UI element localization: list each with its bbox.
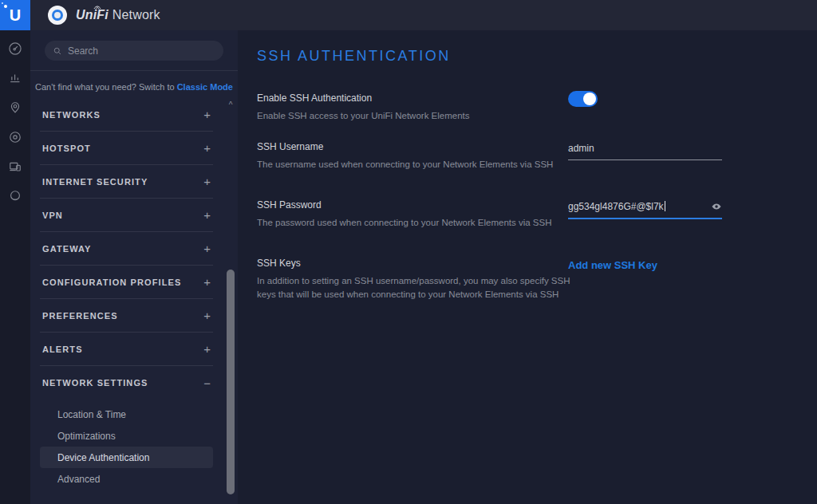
nav-item-alerts[interactable]: ALERTS + (40, 333, 213, 366)
app-brand: UniFi Network (48, 0, 160, 30)
nav-item-configuration-profiles[interactable]: CONFIGURATION PROFILES + (40, 266, 213, 299)
plus-icon[interactable]: + (203, 242, 211, 254)
unifi-ap-icon (48, 6, 67, 25)
nav-label: INTERNET SECURITY (42, 177, 148, 187)
plus-icon[interactable]: + (203, 276, 211, 288)
minus-icon[interactable]: − (203, 377, 211, 389)
plus-icon[interactable]: + (203, 209, 211, 221)
subnav-item-optimizations[interactable]: Optimizations (40, 425, 213, 447)
enable-ssh-label: Enable SSH Authentication (257, 93, 584, 104)
nav-item-hotspot[interactable]: HOTSPOT + (40, 132, 213, 165)
search-box[interactable] (45, 41, 223, 61)
ubiquiti-u-icon: U (10, 7, 21, 23)
nav-item-networks[interactable]: NETWORKS + (40, 98, 213, 132)
classic-mode-hint: Can't find what you need? Switch to Clas… (30, 71, 238, 98)
ssh-password-value: gg534gl4876G#@$l7k (568, 201, 664, 212)
devices-icon[interactable] (7, 129, 23, 145)
enable-ssh-toggle[interactable] (568, 91, 598, 107)
plus-icon[interactable]: + (203, 142, 211, 154)
ssh-username-input[interactable]: admin (568, 143, 722, 160)
ssh-password-label: SSH Password (257, 199, 584, 211)
password-visibility-eye-icon[interactable] (711, 202, 722, 214)
antenna-waves-icon (93, 4, 102, 10)
nav-label: GATEWAY (42, 244, 92, 254)
nav-label: HOTSPOT (42, 144, 91, 153)
plus-icon[interactable]: + (203, 309, 211, 321)
nav-item-preferences[interactable]: PREFERENCES + (40, 299, 213, 333)
nav-item-network-settings[interactable]: NETWORK SETTINGS − (40, 366, 213, 400)
ssh-password-row: SSH Password The password used when conn… (257, 199, 584, 230)
ssh-username-row: SSH Username The username used when conn… (257, 141, 584, 171)
scroll-up-arrow[interactable]: ^ (227, 100, 235, 109)
icon-rail (0, 30, 30, 504)
sidebar-scrollbar[interactable] (227, 270, 235, 494)
nav-item-vpn[interactable]: VPN + (40, 199, 213, 232)
add-ssh-key-button[interactable]: Add new SSH Key (568, 259, 657, 271)
nav-label: NETWORKS (42, 110, 101, 120)
ssh-username-value: admin (568, 143, 594, 154)
ssh-keys-desc: In addition to setting an SSH username/p… (257, 274, 584, 301)
toggle-knob (583, 93, 596, 105)
ssh-username-desc: The username used when connecting to you… (257, 158, 584, 171)
nav-label: NETWORK SETTINGS (42, 378, 148, 388)
brand-primary: UniFi (76, 8, 109, 22)
clients-icon[interactable] (7, 159, 23, 175)
hint-text: Can't find what you need? Switch to (35, 82, 177, 92)
main-content: SSH AUTHENTICATION Enable SSH Authentica… (238, 30, 817, 504)
network-settings-subnav: Location & Time Optimizations Device Aut… (30, 400, 238, 490)
nav-label: ALERTS (42, 345, 83, 354)
brand-secondary: Network (112, 8, 160, 22)
page-title: SSH AUTHENTICATION (257, 48, 451, 65)
nav-label: VPN (42, 211, 63, 220)
subnav-item-location-time[interactable]: Location & Time (40, 404, 213, 425)
ssh-password-desc: The password used when connecting to you… (257, 216, 584, 230)
text-caret (665, 201, 665, 211)
nav-label: PREFERENCES (42, 311, 118, 321)
enable-ssh-desc: Enable SSH access to your UniFi Network … (257, 109, 584, 123)
dashboard-gauge-icon[interactable] (7, 41, 23, 57)
nav-item-internet-security[interactable]: INTERNET SECURITY + (40, 165, 213, 199)
settings-nav: NETWORKS + HOTSPOT + INTERNET SECURITY +… (30, 98, 238, 400)
plus-icon[interactable]: + (203, 343, 211, 355)
subnav-item-advanced[interactable]: Advanced (40, 468, 213, 490)
search-icon (53, 46, 62, 56)
subnav-item-device-authentication[interactable]: Device Authentication (40, 447, 213, 468)
nav-item-gateway[interactable]: GATEWAY + (40, 232, 213, 266)
plus-icon[interactable]: + (203, 108, 211, 120)
top-bar: U UniFi Network (0, 0, 817, 30)
nav-label: CONFIGURATION PROFILES (42, 278, 181, 287)
map-icon[interactable] (7, 100, 23, 116)
ssh-password-input[interactable]: gg534gl4876G#@$l7k (568, 201, 722, 219)
classic-mode-link[interactable]: Classic Mode (177, 82, 233, 92)
ssh-username-label: SSH Username (257, 141, 584, 152)
enable-ssh-row: Enable SSH Authentication Enable SSH acc… (257, 93, 584, 123)
insights-icon[interactable] (7, 188, 23, 204)
search-input[interactable] (68, 45, 215, 57)
ssh-keys-label: SSH Keys (257, 258, 584, 269)
plus-icon[interactable]: + (203, 175, 211, 187)
search-area (30, 30, 238, 71)
ssh-keys-row: SSH Keys In addition to setting an SSH u… (257, 258, 584, 301)
statistics-icon[interactable] (7, 70, 23, 86)
app-title: UniFi Network (76, 8, 160, 22)
ubiquiti-logo[interactable]: U (0, 0, 30, 30)
settings-sidebar: Can't find what you need? Switch to Clas… (30, 30, 238, 504)
